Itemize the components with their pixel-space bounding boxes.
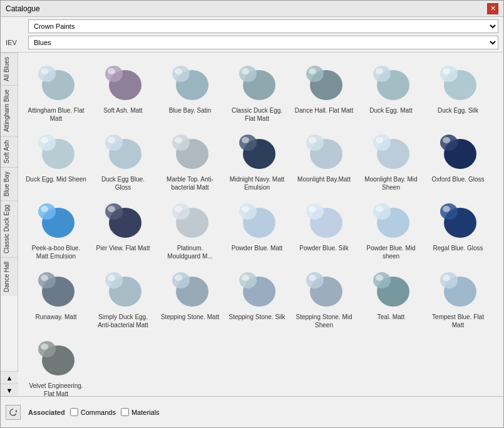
svg-point-82 — [440, 272, 458, 288]
svg-point-1 — [38, 66, 56, 82]
svg-point-4 — [105, 66, 123, 82]
paint-item[interactable]: Moonlight Bay.Matt — [291, 126, 357, 194]
paint-item[interactable]: Attingham Blue. Flat Matt — [23, 58, 89, 125]
paint-item[interactable]: Duck Egg Blue. Gloss — [90, 126, 156, 194]
svg-point-29 — [175, 137, 182, 143]
paint-item[interactable]: Stepping Stone. Matt — [157, 264, 223, 332]
svg-point-22 — [38, 135, 56, 151]
paint-item[interactable]: Simply Duck Egg. Anti-bacterial Matt — [90, 264, 156, 332]
paint-grid: Attingham Blue. Flat Matt Soft Ash. Matt… — [18, 53, 503, 396]
paint-item[interactable]: Tempest Blue. Flat Matt — [425, 264, 491, 332]
paint-item[interactable]: Runaway. Matt — [23, 264, 89, 332]
refresh-icon — [9, 408, 18, 417]
sidebar-item-soft-ash[interactable]: Soft Ash — [1, 136, 18, 167]
paint-label: Teal. Matt — [378, 313, 404, 321]
paint-label: Classic Duck Egg. Flat Matt — [227, 106, 287, 123]
svg-point-20 — [443, 68, 450, 74]
paint-item[interactable]: Powder Blue. Silk — [291, 195, 357, 263]
sidebar-item-all-blues[interactable]: All Blues — [1, 53, 18, 85]
paint-label: Pier View. Flat Matt — [96, 244, 150, 252]
paint-label: Stepping Stone. Silk — [229, 313, 285, 321]
svg-point-40 — [440, 135, 458, 151]
svg-point-80 — [376, 275, 383, 281]
svg-point-59 — [376, 206, 383, 212]
paint-item[interactable]: Duck Egg. Silk — [425, 58, 491, 125]
paint-label: Platinum. Mouldguard M... — [160, 244, 220, 260]
paint-item[interactable]: Peek-a-boo Blue. Matt Emulsion — [23, 195, 89, 263]
paint-label: Attingham Blue. Flat Matt — [26, 106, 86, 123]
paint-item[interactable]: Pier View. Flat Matt — [90, 195, 156, 263]
category-dropdown[interactable]: Blues — [28, 36, 498, 49]
paint-label: Regal Blue. Gloss — [433, 244, 483, 252]
svg-point-25 — [105, 135, 123, 151]
paint-item[interactable]: Duck Egg. Matt — [358, 58, 424, 125]
paint-label: Peek-a-boo Blue. Matt Emulsion — [26, 244, 86, 260]
paint-item[interactable]: Moonlight Bay. Mid Sheen — [358, 126, 424, 194]
svg-point-74 — [242, 275, 249, 281]
paint-label: Duck Egg Blue. Gloss — [93, 175, 153, 191]
svg-point-14 — [309, 68, 316, 74]
paint-item[interactable]: Dance Hall. Flat Matt — [291, 58, 357, 125]
toolbar: Crown Paints IEV Blues — [1, 17, 503, 53]
paint-item[interactable]: Powder Blue. Mid sheen — [358, 195, 424, 263]
sidebar-item-blue-bay[interactable]: Blue Bay — [1, 167, 18, 200]
paint-item[interactable]: Stepping Stone. Mid Sheen — [291, 264, 357, 332]
paint-label: Powder Blue. Matt — [232, 244, 283, 252]
commands-label: Commands — [81, 409, 116, 416]
sidebar-item-attingham-blue[interactable]: Attingham Blue — [1, 85, 18, 136]
paint-item[interactable]: Platinum. Mouldguard M... — [157, 195, 223, 263]
paint-item[interactable]: Midnight Navy. Matt Emulsion — [224, 126, 290, 194]
svg-point-37 — [373, 135, 391, 151]
paint-item[interactable]: Powder Blue. Matt — [224, 195, 290, 263]
svg-point-7 — [172, 66, 190, 82]
materials-label: Materials — [131, 409, 160, 416]
sidebar-up-arrow[interactable]: ▲ — [1, 371, 18, 384]
commands-group: Commands — [70, 408, 116, 416]
paint-label: Midnight Navy. Matt Emulsion — [227, 175, 287, 191]
svg-point-43 — [38, 203, 56, 220]
paint-item[interactable]: Classic Duck Egg. Flat Matt — [224, 58, 290, 125]
sidebar-item-classic-duck-egg[interactable]: Classic Duck Egg — [1, 200, 18, 257]
paint-item[interactable]: Soft Ash. Matt — [90, 58, 156, 125]
brand-dropdown-wrapper: Crown Paints — [28, 19, 498, 33]
paint-item[interactable]: Stepping Stone. Silk — [224, 264, 290, 332]
svg-point-28 — [172, 135, 190, 151]
paint-item[interactable]: Marble Top. Anti-bacterial Matt — [157, 126, 223, 194]
svg-point-83 — [443, 275, 450, 281]
svg-point-32 — [242, 137, 249, 143]
paint-item[interactable]: Velvet Engineering. Flat Matt — [23, 333, 89, 396]
svg-point-16 — [373, 66, 391, 82]
paint-label: Duck Egg. Mid Sheen — [26, 175, 86, 183]
paint-item[interactable]: Duck Egg. Mid Sheen — [23, 126, 89, 194]
svg-point-56 — [309, 206, 316, 212]
paint-item[interactable]: Oxford Blue. Gloss — [425, 126, 491, 194]
materials-checkbox[interactable] — [121, 408, 129, 416]
svg-point-55 — [306, 203, 324, 220]
svg-point-58 — [373, 203, 391, 220]
svg-point-35 — [309, 137, 316, 143]
paint-item[interactable]: Teal. Matt — [358, 264, 424, 332]
svg-point-23 — [41, 137, 48, 143]
brand-dropdown[interactable]: Crown Paints — [28, 19, 498, 33]
paint-label: Runaway. Matt — [36, 313, 77, 321]
commands-checkbox[interactable] — [70, 408, 78, 416]
paint-label: Stepping Stone. Mid Sheen — [294, 313, 354, 329]
svg-point-38 — [376, 137, 383, 143]
svg-point-76 — [306, 272, 324, 288]
paint-item[interactable]: Regal Blue. Gloss — [425, 195, 491, 263]
svg-point-85 — [38, 341, 56, 357]
paint-label: Tempest Blue. Flat Matt — [428, 313, 488, 329]
svg-point-64 — [38, 272, 56, 288]
refresh-button[interactable] — [6, 405, 21, 420]
sidebar-down-arrow[interactable]: ▼ — [1, 384, 18, 396]
sidebar-item-dance-hall[interactable]: Dance Hall — [1, 257, 18, 296]
svg-point-52 — [239, 203, 257, 220]
svg-marker-87 — [15, 410, 17, 412]
svg-point-71 — [175, 275, 182, 281]
paint-label: Duck Egg. Matt — [369, 106, 412, 115]
paint-item[interactable]: Blue Bay. Satin — [157, 58, 223, 125]
svg-point-10 — [239, 66, 257, 82]
svg-point-50 — [175, 206, 182, 212]
close-button[interactable]: ✕ — [487, 3, 498, 14]
main-area: All Blues Attingham Blue Soft Ash Blue B… — [1, 53, 503, 396]
